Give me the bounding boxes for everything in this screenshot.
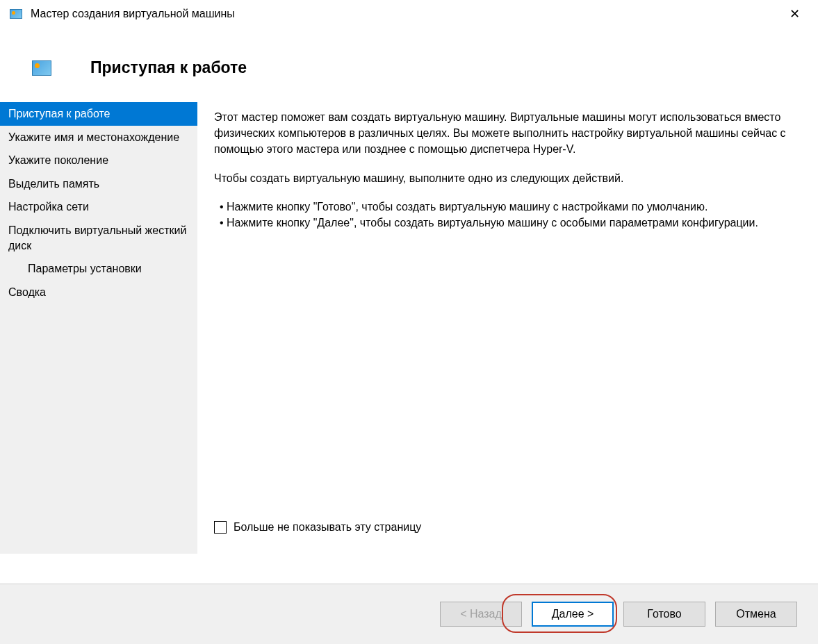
intro-paragraph: Этот мастер поможет вам создать виртуаль… <box>214 109 797 158</box>
sidebar-item-generation[interactable]: Укажите поколение <box>0 149 197 172</box>
page-title: Приступая к работе <box>90 58 247 77</box>
sidebar-item-before-you-begin[interactable]: Приступая к работе <box>0 102 197 126</box>
window-title: Мастер создания виртуальной машины <box>31 8 235 20</box>
close-icon[interactable]: ✕ <box>781 5 808 23</box>
sidebar-item-memory[interactable]: Выделить память <box>0 172 197 196</box>
wizard-steps-sidebar: Приступая к работе Укажите имя и местона… <box>0 102 197 554</box>
instruction-paragraph: Чтобы создать виртуальную машину, выполн… <box>214 170 797 186</box>
wizard-footer: < Назад Далее > Готово Отмена <box>0 584 818 644</box>
cancel-button[interactable]: Отмена <box>715 602 797 627</box>
dont-show-again-label: Больше не показывать эту страницу <box>234 519 421 535</box>
next-button[interactable]: Далее > <box>532 602 614 627</box>
sidebar-item-install-options[interactable]: Параметры установки <box>0 257 197 281</box>
wizard-header: Приступая к работе <box>0 28 818 102</box>
sidebar-item-summary[interactable]: Сводка <box>0 281 197 304</box>
wizard-content: Этот мастер поможет вам создать виртуаль… <box>197 102 818 554</box>
dont-show-again-checkbox[interactable] <box>214 521 227 534</box>
sidebar-item-networking[interactable]: Настройка сети <box>0 195 197 219</box>
sidebar-item-virtual-disk[interactable]: Подключить виртуальный жесткий диск <box>0 219 197 257</box>
bullet-next: • Нажмите кнопку "Далее", чтобы создать … <box>214 215 797 231</box>
vm-wizard-icon <box>10 9 22 19</box>
titlebar: Мастер создания виртуальной машины ✕ <box>0 0 818 28</box>
back-button: < Назад <box>440 602 522 627</box>
finish-button[interactable]: Готово <box>623 602 705 627</box>
vm-wizard-icon <box>32 60 51 76</box>
sidebar-item-name-location[interactable]: Укажите имя и местонахождение <box>0 126 197 149</box>
dont-show-again-row[interactable]: Больше не показывать эту страницу <box>214 501 421 554</box>
bullet-finish: • Нажмите кнопку "Готово", чтобы создать… <box>214 199 797 215</box>
